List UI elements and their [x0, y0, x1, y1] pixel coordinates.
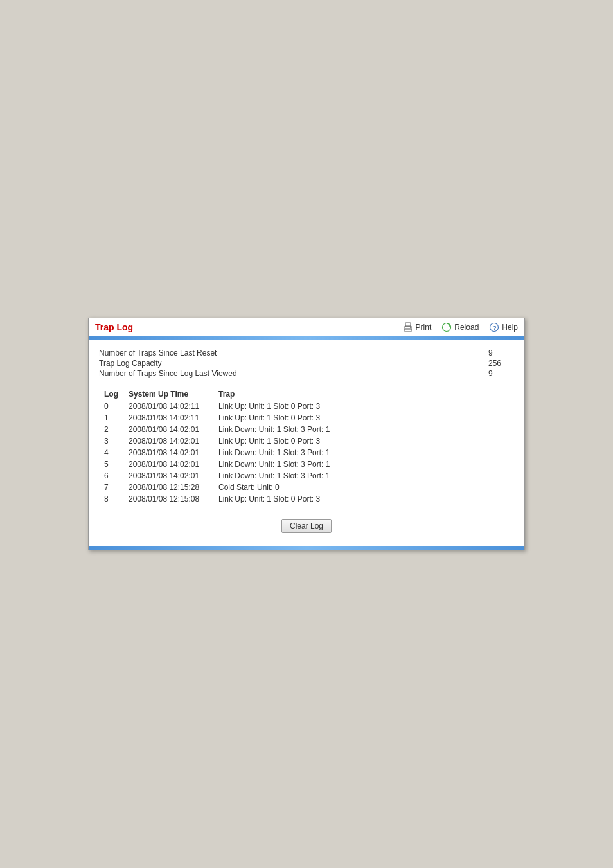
stat-row-0: Number of Traps Since Last Reset 9: [99, 348, 514, 358]
table-row: 2 2008/01/08 14:02:01 Link Down: Unit: 1…: [99, 424, 514, 435]
cell-time-5: 2008/01/08 14:02:01: [123, 458, 213, 470]
print-label: Print: [416, 323, 432, 332]
cell-log-0: 0: [99, 401, 123, 412]
cell-trap-7: Cold Start: Unit: 0: [213, 482, 514, 493]
help-button[interactable]: ? Help: [489, 322, 518, 332]
col-header-trap: Trap: [213, 388, 514, 401]
svg-point-3: [410, 327, 411, 329]
table-row: 6 2008/01/08 14:02:01 Link Down: Unit: 1…: [99, 470, 514, 482]
cell-time-1: 2008/01/08 14:02:11: [123, 412, 213, 424]
print-icon: [403, 322, 413, 332]
help-label: Help: [502, 323, 518, 332]
cell-time-0: 2008/01/08 14:02:11: [123, 401, 213, 412]
cell-time-2: 2008/01/08 14:02:01: [123, 424, 213, 435]
cell-log-6: 6: [99, 470, 123, 482]
cell-trap-0: Link Up: Unit: 1 Slot: 0 Port: 3: [213, 401, 514, 412]
cell-time-8: 2008/01/08 12:15:08: [123, 493, 213, 505]
cell-log-4: 4: [99, 447, 123, 458]
cell-time-3: 2008/01/08 14:02:01: [123, 435, 213, 447]
reload-button[interactable]: Reload: [441, 322, 479, 332]
table-header-row: Log System Up Time Trap: [99, 388, 514, 401]
cell-trap-2: Link Down: Unit: 1 Slot: 3 Port: 1: [213, 424, 514, 435]
print-button[interactable]: Print: [403, 322, 432, 332]
help-icon: ?: [489, 322, 499, 332]
panel-body: Number of Traps Since Last Reset 9 Trap …: [89, 340, 524, 546]
svg-text:?: ?: [493, 325, 497, 331]
cell-time-6: 2008/01/08 14:02:01: [123, 470, 213, 482]
cell-trap-5: Link Down: Unit: 1 Slot: 3 Port: 1: [213, 458, 514, 470]
table-row: 1 2008/01/08 14:02:11 Link Up: Unit: 1 S…: [99, 412, 514, 424]
stat-value-1: 256: [475, 359, 514, 368]
table-row: 4 2008/01/08 14:02:01 Link Down: Unit: 1…: [99, 447, 514, 458]
cell-log-2: 2: [99, 424, 123, 435]
log-table: Log System Up Time Trap 0 2008/01/08 14:…: [99, 388, 514, 505]
cell-trap-1: Link Up: Unit: 1 Slot: 0 Port: 3: [213, 412, 514, 424]
trap-log-panel: Trap Log Print: [88, 318, 525, 550]
header-actions: Print Reload ?: [403, 322, 518, 332]
table-row: 7 2008/01/08 12:15:28 Cold Start: Unit: …: [99, 482, 514, 493]
stat-label-2: Number of Traps Since Log Last Viewed: [99, 369, 475, 378]
cell-log-7: 7: [99, 482, 123, 493]
stat-row-1: Trap Log Capacity 256: [99, 358, 514, 368]
cell-time-4: 2008/01/08 14:02:01: [123, 447, 213, 458]
panel-header: Trap Log Print: [89, 318, 524, 336]
col-header-time: System Up Time: [123, 388, 213, 401]
cell-trap-6: Link Down: Unit: 1 Slot: 3 Port: 1: [213, 470, 514, 482]
cell-log-1: 1: [99, 412, 123, 424]
table-row: 3 2008/01/08 14:02:01 Link Up: Unit: 1 S…: [99, 435, 514, 447]
reload-icon: [441, 322, 452, 332]
table-row: 8 2008/01/08 12:15:08 Link Up: Unit: 1 S…: [99, 493, 514, 505]
cell-trap-4: Link Down: Unit: 1 Slot: 3 Port: 1: [213, 447, 514, 458]
bottom-blue-bar: [89, 546, 524, 550]
stat-label-1: Trap Log Capacity: [99, 359, 475, 368]
panel-title: Trap Log: [95, 322, 133, 332]
cell-log-3: 3: [99, 435, 123, 447]
cell-log-8: 8: [99, 493, 123, 505]
stat-row-2: Number of Traps Since Log Last Viewed 9: [99, 368, 514, 379]
stat-value-0: 9: [475, 348, 514, 357]
cell-log-5: 5: [99, 458, 123, 470]
table-row: 5 2008/01/08 14:02:01 Link Down: Unit: 1…: [99, 458, 514, 470]
col-header-log: Log: [99, 388, 123, 401]
cell-trap-3: Link Up: Unit: 1 Slot: 0 Port: 3: [213, 435, 514, 447]
table-row: 0 2008/01/08 14:02:11 Link Up: Unit: 1 S…: [99, 401, 514, 412]
stat-value-2: 9: [475, 369, 514, 378]
clear-log-button[interactable]: Clear Log: [281, 519, 332, 533]
clear-log-section: Clear Log: [99, 514, 514, 536]
stats-section: Number of Traps Since Last Reset 9 Trap …: [99, 348, 514, 379]
reload-label: Reload: [454, 323, 479, 332]
stat-label-0: Number of Traps Since Last Reset: [99, 348, 475, 357]
cell-time-7: 2008/01/08 12:15:28: [123, 482, 213, 493]
cell-trap-8: Link Up: Unit: 1 Slot: 0 Port: 3: [213, 493, 514, 505]
